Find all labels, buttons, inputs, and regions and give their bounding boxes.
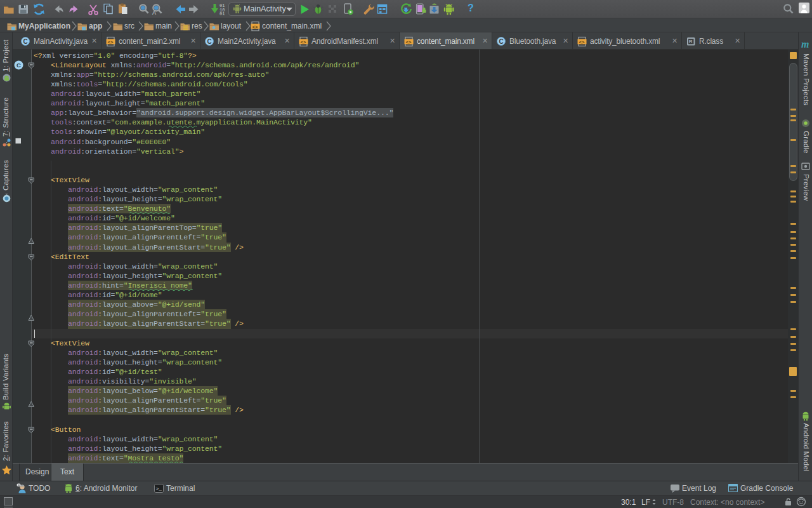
svg-text:<>: <> [579,40,586,45]
svg-text:C: C [16,62,21,69]
svg-text:C: C [207,38,212,45]
svg-text:R: R [689,39,693,44]
svg-text:<>: <> [301,40,307,45]
svg-text:01: 01 [219,11,225,17]
svg-text:<>: <> [108,40,114,45]
svg-text:<>: <> [406,40,412,45]
svg-text:C: C [499,38,504,45]
svg-text:A: A [152,10,156,16]
svg-text:C: C [23,38,28,45]
svg-text:>_: >_ [156,486,162,491]
svg-text:<>: <> [252,25,259,30]
